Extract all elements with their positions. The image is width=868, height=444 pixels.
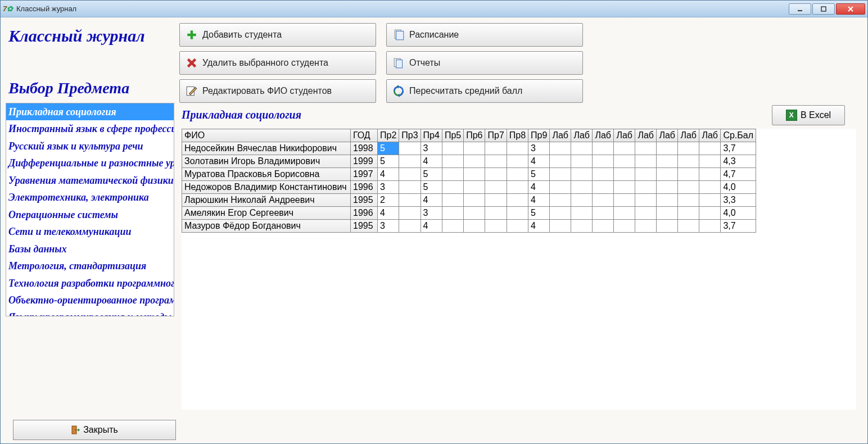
delete-student-button[interactable]: Удалить выбранного студента	[179, 51, 376, 75]
cell-mark[interactable]	[657, 207, 678, 220]
cell-mark[interactable]	[657, 155, 678, 168]
column-header[interactable]: Лаб	[593, 129, 614, 142]
cell-mark[interactable]	[678, 168, 699, 181]
cell-mark[interactable]	[550, 142, 571, 155]
cell-mark[interactable]	[507, 142, 528, 155]
close-button[interactable]: Закрыть	[13, 420, 176, 440]
cell-mark[interactable]	[571, 168, 593, 181]
subject-item[interactable]: Базы данных	[6, 241, 174, 257]
cell-mark[interactable]	[635, 155, 657, 168]
subject-list[interactable]: Прикладная социологияИностранный язык в …	[6, 103, 174, 316]
minimize-button[interactable]	[789, 3, 811, 15]
cell-mark[interactable]	[593, 181, 614, 194]
cell-mark[interactable]	[593, 194, 614, 207]
cell-mark[interactable]	[657, 194, 678, 207]
column-header[interactable]: Лаб	[571, 129, 593, 142]
cell-mark[interactable]	[550, 168, 571, 181]
cell-mark[interactable]	[442, 181, 463, 194]
cell-mark[interactable]	[442, 142, 463, 155]
cell-mark[interactable]	[593, 220, 614, 233]
cell-mark[interactable]: 5	[421, 181, 442, 194]
column-header[interactable]: Пр3	[399, 129, 421, 142]
schedule-button[interactable]: Расписание	[386, 23, 583, 47]
cell-mark[interactable]	[699, 168, 721, 181]
cell-mark[interactable]	[678, 194, 699, 207]
cell-mark[interactable]	[442, 168, 463, 181]
cell-avg[interactable]: 4,7	[721, 168, 756, 181]
column-header[interactable]: Пр4	[421, 129, 442, 142]
cell-mark[interactable]	[635, 220, 657, 233]
cell-mark[interactable]	[571, 220, 593, 233]
cell-mark[interactable]	[678, 207, 699, 220]
cell-mark[interactable]: 4	[378, 207, 399, 220]
maximize-button[interactable]	[812, 3, 835, 15]
cell-mark[interactable]	[657, 168, 678, 181]
cell-mark[interactable]: 5	[378, 142, 399, 155]
cell-mark[interactable]	[635, 207, 657, 220]
cell-mark[interactable]	[507, 207, 528, 220]
cell-year[interactable]: 1995	[351, 220, 378, 233]
cell-avg[interactable]: 4,0	[721, 181, 756, 194]
cell-year[interactable]: 1997	[351, 168, 378, 181]
cell-mark[interactable]	[399, 220, 421, 233]
column-header[interactable]: Пр6	[464, 129, 485, 142]
cell-mark[interactable]: 3	[421, 207, 442, 220]
subject-item[interactable]: Сети и телекоммуникации	[6, 223, 174, 240]
cell-fio[interactable]: Ларюшкин Николай Андреевич	[182, 194, 351, 207]
subject-item[interactable]: Русский язык и культура речи	[6, 138, 174, 155]
cell-mark[interactable]	[571, 181, 593, 194]
subject-item[interactable]: Прикладная социология	[6, 103, 174, 120]
cell-mark[interactable]	[593, 142, 614, 155]
column-header[interactable]: ФИО	[182, 129, 351, 142]
cell-mark[interactable]	[678, 155, 699, 168]
cell-mark[interactable]	[507, 181, 528, 194]
cell-fio[interactable]: Золотавин Игорь Владимирович	[182, 155, 351, 168]
column-header[interactable]: Лаб	[635, 129, 657, 142]
subject-item[interactable]: Операционные системы	[6, 206, 174, 223]
cell-mark[interactable]: 4	[421, 194, 442, 207]
column-header[interactable]: Пр5	[442, 129, 463, 142]
cell-mark[interactable]: 3	[378, 220, 399, 233]
cell-mark[interactable]	[571, 194, 593, 207]
cell-mark[interactable]	[614, 194, 635, 207]
cell-mark[interactable]: 4	[421, 220, 442, 233]
cell-year[interactable]: 1995	[351, 194, 378, 207]
cell-mark[interactable]	[399, 207, 421, 220]
cell-mark[interactable]: 5	[528, 168, 550, 181]
grades-grid[interactable]: ФИОГОДПр2Пр3Пр4Пр5Пр6Пр7Пр8Пр9ЛабЛабЛабЛ…	[182, 129, 856, 410]
subject-item[interactable]: Объектно-ориентированное программировани…	[6, 292, 174, 309]
cell-mark[interactable]	[571, 142, 593, 155]
recalculate-button[interactable]: Пересчитать средний балл	[386, 79, 583, 103]
cell-mark[interactable]: 2	[378, 194, 399, 207]
subject-item[interactable]: Языки программирования и методы трансляц…	[6, 309, 174, 316]
column-header[interactable]: Пр2	[378, 129, 399, 142]
table-row[interactable]: Золотавин Игорь Владимирович19995444,3	[182, 155, 756, 168]
cell-mark[interactable]	[464, 194, 485, 207]
cell-mark[interactable]	[699, 155, 721, 168]
cell-fio[interactable]: Мазуров Фёдор Богданович	[182, 220, 351, 233]
cell-mark[interactable]: 4	[528, 194, 550, 207]
cell-mark[interactable]	[464, 220, 485, 233]
cell-mark[interactable]	[464, 207, 485, 220]
cell-avg[interactable]: 3,3	[721, 194, 756, 207]
column-header[interactable]: ГОД	[351, 129, 378, 142]
cell-mark[interactable]	[464, 155, 485, 168]
cell-mark[interactable]	[485, 207, 507, 220]
cell-year[interactable]: 1998	[351, 142, 378, 155]
column-header[interactable]: Пр8	[507, 129, 528, 142]
cell-mark[interactable]	[399, 155, 421, 168]
cell-mark[interactable]: 5	[378, 155, 399, 168]
cell-avg[interactable]: 4,0	[721, 207, 756, 220]
cell-mark[interactable]	[507, 220, 528, 233]
cell-fio[interactable]: Недожоров Владимир Константинович	[182, 181, 351, 194]
subject-item[interactable]: Дифференциальные и разностные уравнения	[6, 155, 174, 171]
cell-mark[interactable]	[464, 168, 485, 181]
cell-mark[interactable]	[678, 142, 699, 155]
cell-mark[interactable]	[485, 155, 507, 168]
cell-mark[interactable]	[550, 194, 571, 207]
reports-button[interactable]: Отчеты	[386, 51, 583, 75]
cell-mark[interactable]	[614, 220, 635, 233]
column-header[interactable]: Ср.Бал	[721, 129, 756, 142]
subject-item[interactable]: Метрология, стандартизация	[6, 257, 174, 274]
export-excel-button[interactable]: X В Excel	[772, 105, 845, 125]
